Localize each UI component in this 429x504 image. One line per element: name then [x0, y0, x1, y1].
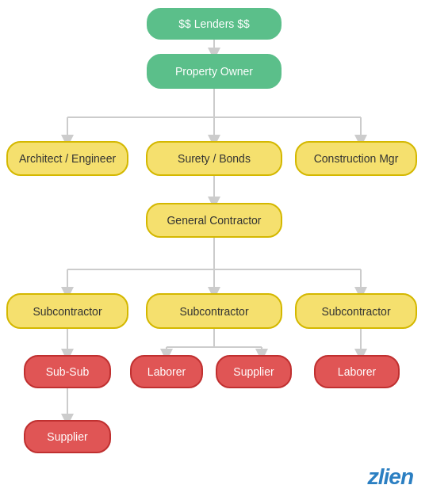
surety-label: Surety / Bonds: [178, 152, 251, 165]
sub3-node: Subcontractor: [295, 293, 417, 329]
architect-node: Architect / Engineer: [6, 141, 128, 176]
construction-mgr-node: Construction Mgr: [295, 141, 417, 176]
architect-label: Architect / Engineer: [19, 152, 116, 165]
general-contractor-node: General Contractor: [146, 203, 282, 238]
laborer2-node: Laborer: [314, 355, 400, 388]
surety-node: Surety / Bonds: [146, 141, 282, 176]
laborer2-label: Laborer: [338, 365, 376, 378]
sub3-label: Subcontractor: [321, 305, 390, 318]
supplier2-node: Supplier: [24, 420, 111, 453]
sub-sub-node: Sub-Sub: [24, 355, 111, 388]
lenders-label: $$ Lenders $$: [178, 17, 250, 30]
supplier2-label: Supplier: [47, 430, 87, 443]
supplier1-label: Supplier: [233, 365, 274, 378]
lenders-node: $$ Lenders $$: [147, 8, 282, 40]
construction-mgr-label: Construction Mgr: [314, 152, 399, 165]
sub1-label: Subcontractor: [33, 305, 102, 318]
laborer1-node: Laborer: [130, 355, 203, 388]
sub1-node: Subcontractor: [6, 293, 128, 329]
sub2-label: Subcontractor: [179, 305, 248, 318]
logo-text: zlien: [368, 464, 413, 489]
sub2-node: Subcontractor: [146, 293, 282, 329]
supplier1-node: Supplier: [216, 355, 292, 388]
laborer1-label: Laborer: [147, 365, 186, 378]
zlien-logo: zlien: [368, 464, 413, 490]
sub-sub-label: Sub-Sub: [46, 365, 89, 378]
general-contractor-label: General Contractor: [167, 214, 261, 227]
property-owner-label: Property Owner: [175, 65, 253, 78]
diagram: $$ Lenders $$ Property Owner Architect /…: [0, 0, 429, 504]
property-owner-node: Property Owner: [147, 54, 282, 89]
